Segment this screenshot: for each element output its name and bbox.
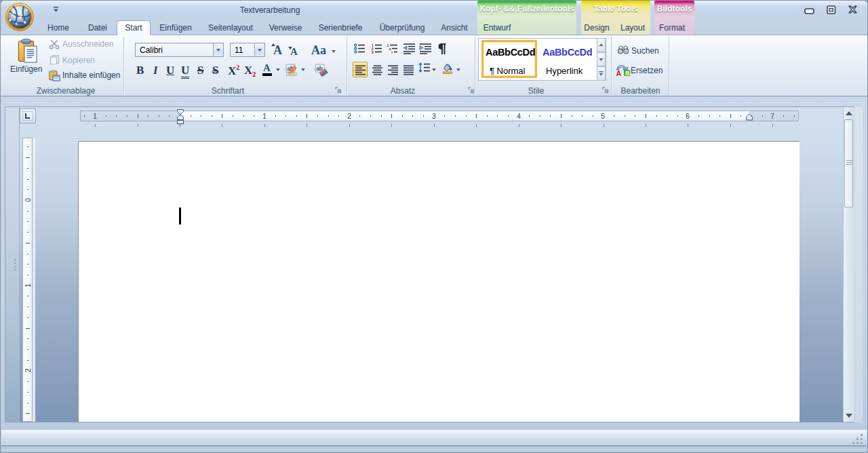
svg-text:A: A — [616, 69, 622, 77]
svg-text:ab: ab — [316, 65, 323, 72]
svg-text:0: 0 — [24, 198, 32, 202]
svg-text:4: 4 — [517, 113, 521, 120]
svg-text:2: 2 — [24, 368, 32, 372]
svg-text:1: 1 — [93, 113, 97, 120]
svg-text:1: 1 — [24, 283, 32, 288]
svg-text:B: B — [625, 70, 629, 76]
svg-text:1: 1 — [262, 113, 267, 120]
svg-text:3: 3 — [372, 50, 374, 54]
svg-text:6: 6 — [686, 113, 690, 120]
svg-text:7: 7 — [770, 113, 774, 120]
svg-text:3: 3 — [432, 113, 436, 120]
svg-text:2: 2 — [347, 113, 351, 120]
svg-text:i: i — [391, 50, 393, 54]
svg-text:5: 5 — [601, 113, 605, 120]
